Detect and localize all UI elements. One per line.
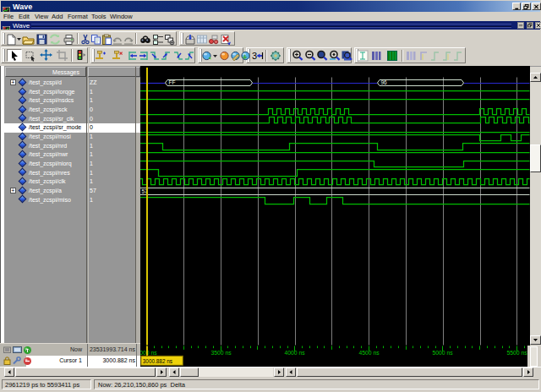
- svg-text:FF: FF: [169, 79, 176, 85]
- svg-text:3500 ns: 3500 ns: [210, 350, 232, 356]
- svg-text:5000 ns: 5000 ns: [432, 350, 453, 356]
- svg-text:3000.882 ns: 3000.882 ns: [143, 358, 172, 364]
- svg-text:3: 3: [252, 51, 257, 61]
- svg-text:5500 ns: 5500 ns: [506, 350, 527, 356]
- svg-text:4500 ns: 4500 ns: [358, 350, 380, 356]
- svg-text:4000 ns: 4000 ns: [284, 350, 305, 356]
- svg-text:96: 96: [381, 79, 388, 85]
- svg-text:3000 ns: 3000 ns: [140, 350, 157, 356]
